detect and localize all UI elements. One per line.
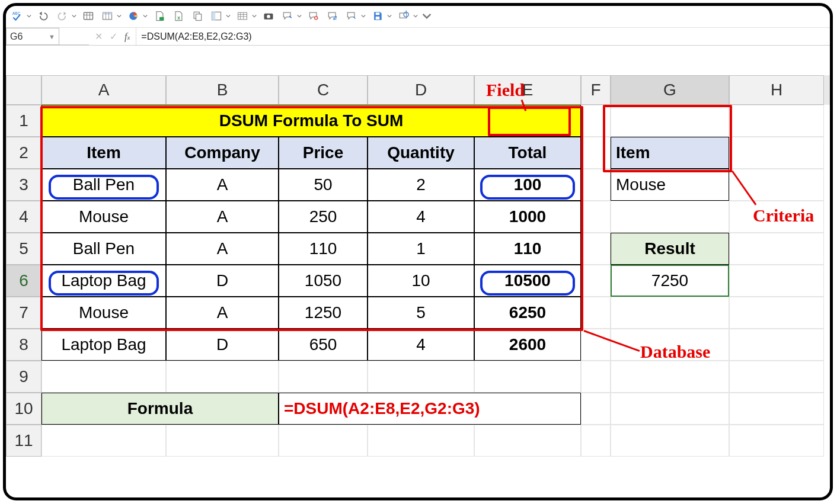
- cell[interactable]: Ball Pen: [41, 169, 166, 201]
- cell[interactable]: [611, 361, 729, 393]
- cell[interactable]: Total: [474, 137, 581, 169]
- cell[interactable]: [581, 201, 611, 233]
- cell[interactable]: A: [166, 297, 279, 329]
- cell[interactable]: [581, 233, 611, 265]
- cell[interactable]: Mouse: [41, 201, 166, 233]
- cell[interactable]: 1: [368, 233, 474, 265]
- cell[interactable]: 1000: [474, 201, 581, 233]
- select-all-corner[interactable]: [6, 75, 41, 105]
- cell[interactable]: Ball Pen: [41, 233, 166, 265]
- cell[interactable]: [581, 265, 611, 297]
- col-header[interactable]: E: [474, 75, 581, 105]
- cell[interactable]: 110: [279, 233, 368, 265]
- spreadsheet-grid[interactable]: A B C D E F G H 1 DSUM Formula To SUM 2 …: [6, 75, 830, 457]
- cell[interactable]: [581, 169, 611, 201]
- cell[interactable]: [474, 361, 581, 393]
- redo-icon[interactable]: [55, 8, 70, 24]
- cell[interactable]: 2600: [474, 329, 581, 361]
- comment-nav-icon[interactable]: [344, 8, 359, 24]
- cell[interactable]: 1250: [279, 297, 368, 329]
- cancel-icon[interactable]: ✕: [95, 31, 103, 42]
- cell[interactable]: Quantity: [368, 137, 474, 169]
- cell[interactable]: [729, 361, 824, 393]
- cell[interactable]: [611, 393, 729, 425]
- dropdown-icon[interactable]: [296, 14, 302, 18]
- document-icon[interactable]: [152, 8, 167, 24]
- row-header[interactable]: 2: [6, 137, 41, 169]
- formula-value-cell[interactable]: =DSUM(A2:E8,E2,G2:G3): [279, 393, 581, 425]
- cell[interactable]: [611, 297, 729, 329]
- cell[interactable]: 6250: [474, 297, 581, 329]
- dropdown-icon[interactable]: [71, 14, 77, 18]
- col-header[interactable]: D: [368, 75, 474, 105]
- excel-file-icon[interactable]: x: [171, 8, 186, 24]
- refresh-icon[interactable]: [396, 8, 411, 24]
- cell[interactable]: 250: [279, 201, 368, 233]
- col-header[interactable]: H: [729, 75, 824, 105]
- result-cell[interactable]: 7250: [611, 265, 729, 297]
- cell[interactable]: [368, 425, 474, 457]
- cell[interactable]: 10500: [474, 265, 581, 297]
- cell[interactable]: Company: [166, 137, 279, 169]
- cell[interactable]: [729, 201, 824, 233]
- cell[interactable]: [279, 425, 368, 457]
- row-header[interactable]: 9: [6, 361, 41, 393]
- cell[interactable]: A: [166, 233, 279, 265]
- cell[interactable]: [611, 105, 729, 137]
- comment-icon[interactable]: [280, 8, 295, 24]
- row-header[interactable]: 6: [6, 265, 41, 297]
- cell[interactable]: [474, 425, 581, 457]
- cell[interactable]: [729, 105, 824, 137]
- cell[interactable]: 4: [368, 329, 474, 361]
- cell[interactable]: A: [166, 169, 279, 201]
- cell[interactable]: [279, 361, 368, 393]
- cell[interactable]: 4: [368, 201, 474, 233]
- cell[interactable]: [611, 201, 729, 233]
- cell[interactable]: [581, 393, 611, 425]
- cell[interactable]: A: [166, 201, 279, 233]
- row-header[interactable]: 5: [6, 233, 41, 265]
- cell[interactable]: Mouse: [41, 297, 166, 329]
- cell[interactable]: Item: [41, 137, 166, 169]
- col-header[interactable]: F: [581, 75, 611, 105]
- cell[interactable]: 50: [279, 169, 368, 201]
- cell[interactable]: [729, 137, 824, 169]
- table-icon[interactable]: [81, 8, 96, 24]
- cell[interactable]: [166, 361, 279, 393]
- dropdown-icon[interactable]: [360, 14, 366, 18]
- row-header[interactable]: 11: [6, 425, 41, 457]
- row-header[interactable]: 4: [6, 201, 41, 233]
- cell[interactable]: 2: [368, 169, 474, 201]
- cell[interactable]: [729, 233, 824, 265]
- cell[interactable]: [581, 425, 611, 457]
- camera-icon[interactable]: [261, 8, 276, 24]
- row-header[interactable]: 3: [6, 169, 41, 201]
- cell[interactable]: D: [166, 265, 279, 297]
- col-header[interactable]: B: [166, 75, 279, 105]
- cell[interactable]: [729, 393, 824, 425]
- comment-swap-icon[interactable]: [325, 8, 340, 24]
- cell[interactable]: D: [166, 329, 279, 361]
- cell[interactable]: [41, 425, 166, 457]
- cell[interactable]: [581, 297, 611, 329]
- cell[interactable]: [611, 425, 729, 457]
- row-header[interactable]: 7: [6, 297, 41, 329]
- spreadsheet-icon[interactable]: [100, 8, 115, 24]
- col-header[interactable]: C: [279, 75, 368, 105]
- dropdown-icon[interactable]: [116, 14, 122, 18]
- cell[interactable]: Laptop Bag: [41, 329, 166, 361]
- row-header[interactable]: 1: [6, 105, 41, 137]
- cell[interactable]: [611, 329, 729, 361]
- cell[interactable]: 10: [368, 265, 474, 297]
- criteria-value[interactable]: Mouse: [611, 169, 729, 201]
- col-header[interactable]: A: [41, 75, 166, 105]
- cell[interactable]: Laptop Bag: [41, 265, 166, 297]
- dropdown-icon[interactable]: [386, 14, 392, 18]
- cell[interactable]: 110: [474, 233, 581, 265]
- cell[interactable]: 100: [474, 169, 581, 201]
- layout-icon[interactable]: [209, 8, 224, 24]
- row-header[interactable]: 8: [6, 329, 41, 361]
- cell[interactable]: [729, 329, 824, 361]
- cell[interactable]: [581, 361, 611, 393]
- formula-label-cell[interactable]: Formula: [41, 393, 279, 425]
